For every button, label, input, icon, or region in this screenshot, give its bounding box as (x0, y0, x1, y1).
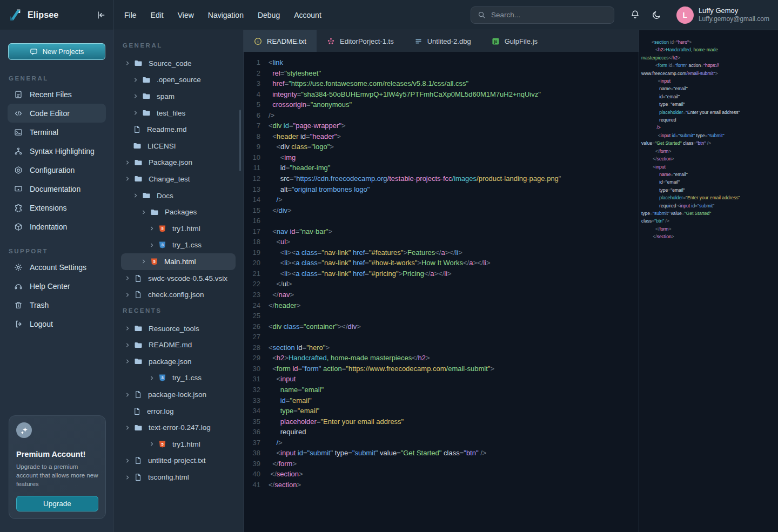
sidebar-nav: GENERALRecent FilesCode EditorTerminalSy… (0, 63, 113, 333)
file-icon (134, 456, 142, 464)
tree-row-licensi[interactable]: LICENSI (114, 138, 243, 154)
sidebar-item-logout[interactable]: Logout (8, 314, 106, 333)
sidebar-item-syntax-highlighting[interactable]: Syntax Highlighting (8, 142, 106, 160)
tree-row-resuorce-tools[interactable]: Resuorce_tools (114, 320, 243, 337)
menu-view[interactable]: View (178, 11, 194, 19)
sidebar-item-label: Trash (30, 301, 49, 309)
svg-text:3: 3 (161, 375, 163, 380)
minimap[interactable]: <section id="hero"> <h2>Handcrafted, hom… (639, 30, 778, 532)
tab-gulpfile-js[interactable]: jsGulpFile.js (481, 30, 548, 52)
code-text: <div class="logo"> (269, 142, 334, 152)
minimap-line: <input (641, 77, 777, 85)
collapse-sidebar-icon[interactable] (96, 10, 106, 20)
sidebar-item-documentation[interactable]: Documentation (8, 179, 106, 198)
user-menu[interactable]: L Luffy Gemoy Luffy.gemoy@gmail.com (676, 6, 769, 24)
tree-row-tsconfig-html[interactable]: tsconfig.html (114, 469, 243, 486)
tree-row-try1-html[interactable]: 5try1.html (114, 220, 243, 237)
html-icon: 5 (158, 225, 166, 233)
tree-row-label: try_1.css (172, 241, 202, 249)
css-icon: 3 (158, 374, 166, 382)
tree-row-swdc-vscode-0-5-45-vsix[interactable]: swdc-vscode-0.5.45.vsix (114, 270, 243, 287)
menu-edit[interactable]: Edit (151, 11, 164, 19)
code-text: <div class="container"></div> (269, 321, 361, 332)
tab-untlited-2-dbg[interactable]: Untlited-2.dbg (404, 30, 481, 52)
sidebar-item-recent-files[interactable]: Recent Files (8, 85, 106, 104)
code-text: <form id="form" action="https://www.free… (269, 363, 494, 374)
svg-text:3: 3 (161, 243, 163, 247)
documentation-icon (14, 185, 23, 193)
code-line: 35 placeholder="Enter your email address… (244, 416, 639, 427)
code-line: 37 /> (244, 437, 639, 448)
code-line: 9 <div class="logo"> (244, 142, 639, 152)
menu-navigation[interactable]: Navigation (208, 11, 244, 19)
sidebar-section-label: GENERAL (0, 63, 113, 85)
tree-row-label: try_1.css (172, 374, 202, 382)
tree-row-label: Docs (157, 192, 173, 200)
svg-text:js: js (493, 39, 497, 44)
search-icon (478, 11, 486, 19)
code-area[interactable]: 1<link2 rel="stylesheet"3 href="https://… (244, 52, 639, 532)
tab-editorporject-1-ts[interactable]: EditorPorject-1.ts (317, 30, 404, 52)
menu-bar: FileEditViewNavigationDebugAccount (114, 11, 321, 19)
tree-scrollbar[interactable] (239, 110, 241, 171)
sidebar-item-help-center[interactable]: Help Center (8, 277, 106, 295)
chevron-icon (125, 326, 130, 331)
folder-icon (142, 92, 151, 100)
code-line: 7<div id="page-wrapper"> (244, 120, 639, 131)
code-text: <div id="page-wrapper"> (269, 120, 346, 131)
tree-row-package-json[interactable]: package.json (114, 353, 243, 370)
search-input[interactable] (490, 10, 607, 19)
menu-account[interactable]: Account (294, 11, 321, 19)
sidebar-item-terminal[interactable]: Terminal (8, 123, 106, 142)
tree-row-change-test[interactable]: Change_test (114, 171, 243, 187)
sidebar-item-extensions[interactable]: Extensions (8, 198, 106, 217)
tree-row-check-config-json[interactable]: check.config.json (114, 286, 243, 303)
code-line: 31 <input (244, 374, 639, 385)
new-projects-button[interactable]: New Projects (8, 43, 105, 60)
sidebar-item-account-settings[interactable]: Account Settings (8, 258, 106, 277)
code-text: type="email" (269, 406, 319, 416)
tree-row-error-log[interactable]: error.log (114, 403, 243, 420)
sidebar-item-code-editor[interactable]: Code Editor (8, 104, 106, 123)
tree-row-package-lock-json[interactable]: package-lock.json (114, 386, 243, 403)
avatar[interactable]: L (676, 6, 694, 24)
sidebar-item-trash[interactable]: Trash (8, 295, 106, 314)
line-number: 30 (244, 363, 260, 374)
code-text: href="https://use.fontawesome.com/releas… (269, 78, 468, 89)
line-number: 33 (244, 395, 260, 406)
tree-row-try1-html[interactable]: 5try1.html (114, 436, 243, 453)
tree-row-readme-md[interactable]: Readme.md (114, 121, 243, 138)
menu-debug[interactable]: Debug (258, 11, 280, 19)
code-line: 4 integrity="sha384-50oBUHEmvpQ+1lW4y57P… (244, 89, 639, 100)
notifications-bell-icon[interactable] (630, 10, 640, 20)
tree-row-untlited-project-txt[interactable]: untlited-project.txt (114, 453, 243, 469)
tree-row-text-error-0-247-log[interactable]: text-error-0.247.log (114, 419, 243, 436)
tree-row-package-json[interactable]: Package.json (114, 154, 243, 171)
tree-row-readme-md[interactable]: README.md (114, 337, 243, 354)
sidebar-item-indentation[interactable]: Indentation (8, 217, 106, 236)
file-icon (134, 390, 142, 399)
tree-row-try-1-css[interactable]: 3try_1.css (114, 370, 243, 387)
line-number: 8 (244, 131, 260, 142)
minimap-line: type="email" (641, 186, 777, 194)
line-number: 12 (244, 173, 260, 184)
menu-file[interactable]: File (124, 11, 137, 19)
tree-row-source-code[interactable]: Source_code (114, 55, 243, 72)
tree-row--open-source[interactable]: .open_source (114, 72, 243, 89)
tree-row-packages[interactable]: Packages (114, 204, 243, 220)
dark-mode-moon-icon[interactable] (652, 10, 662, 20)
code-text: placeholder="Enter your email address" (269, 416, 404, 427)
tree-row-try-1-css[interactable]: 3try_1.css (114, 237, 243, 254)
chevron-icon (125, 275, 130, 281)
tree-row-test-files[interactable]: test_files (114, 105, 243, 122)
tree-row-label: text-error-0.247.log (149, 423, 211, 432)
upgrade-button[interactable]: Upgrade (16, 496, 98, 511)
line-number: 1 (244, 57, 260, 68)
sidebar-item-configuration[interactable]: Configuration (8, 160, 106, 179)
tree-row-spam[interactable]: spam (114, 88, 243, 105)
code-text: </section> (269, 480, 301, 490)
tree-row-main-html[interactable]: 5Main.html (121, 253, 236, 270)
tree-row-docs[interactable]: Docs (114, 187, 243, 204)
tab-readme-txt[interactable]: README.txt (244, 30, 317, 52)
line-number: 3 (244, 78, 260, 89)
